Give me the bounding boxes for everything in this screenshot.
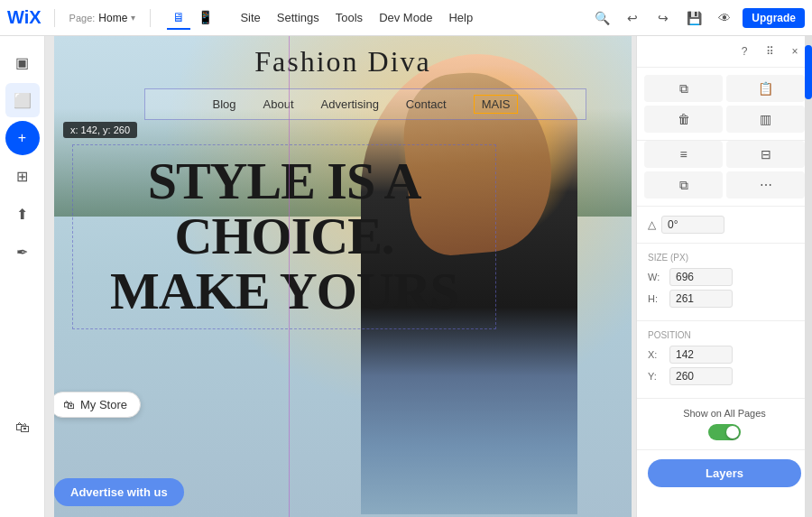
position-section-title: Position bbox=[648, 330, 801, 340]
view-mode-selector: 🖥 📱 bbox=[167, 6, 218, 30]
height-label: H: bbox=[648, 293, 664, 304]
coordinate-tooltip: x: 142, y: 260 bbox=[63, 122, 137, 138]
store-cart-icon: 🛍 bbox=[63, 398, 75, 411]
search-icon[interactable]: 🔍 bbox=[589, 5, 614, 31]
right-panel-header: ? ⠿ × bbox=[637, 36, 812, 68]
separator-2 bbox=[150, 9, 151, 27]
add-icon: + bbox=[18, 130, 26, 146]
show-on-all-pages-section: Show on All Pages bbox=[637, 399, 812, 450]
page-canvas: Fashion Diva Blog About Advertising Cont… bbox=[54, 36, 632, 517]
sidebar-item-apps[interactable]: ⊞ bbox=[5, 159, 40, 193]
angle-icon: △ bbox=[648, 218, 656, 231]
menu-help[interactable]: Help bbox=[441, 7, 480, 28]
width-field-row: W: bbox=[648, 268, 801, 286]
angle-section: △ 0° bbox=[637, 207, 812, 244]
distribute-icon[interactable]: ⊟ bbox=[726, 141, 805, 168]
nav-contact[interactable]: Contact bbox=[406, 97, 447, 111]
right-panel: ? ⠿ × ⧉ 📋 🗑 ▥ ≡ ⊟ ⧉ ⋯ △ 0° Size (px) W: … bbox=[636, 36, 812, 517]
width-input[interactable] bbox=[669, 268, 733, 286]
upgrade-button[interactable]: Upgrade bbox=[743, 8, 805, 28]
show-on-all-pages-toggle[interactable] bbox=[708, 424, 741, 440]
elements-icon: ▣ bbox=[15, 54, 29, 71]
show-on-all-pages-toggle-container bbox=[648, 424, 801, 440]
y-field-row: Y: bbox=[648, 367, 801, 385]
x-input[interactable] bbox=[669, 346, 733, 364]
x-field-row: X: bbox=[648, 346, 801, 364]
show-on-all-pages-label: Show on All Pages bbox=[648, 408, 801, 419]
drag-icon[interactable]: ⠿ bbox=[760, 42, 780, 61]
upload-icon: ⬆ bbox=[16, 206, 28, 223]
delete-icon[interactable]: 🗑 bbox=[644, 106, 723, 133]
group-icon[interactable]: ▥ bbox=[726, 106, 805, 133]
store-icon: 🛍 bbox=[15, 420, 30, 436]
duplicate-icon[interactable]: ⧉ bbox=[644, 75, 723, 102]
y-input[interactable] bbox=[669, 367, 733, 385]
menu-tools[interactable]: Tools bbox=[328, 7, 370, 28]
more-icon[interactable]: ⋯ bbox=[726, 171, 805, 198]
pen-icon: ✒ bbox=[16, 244, 28, 261]
layers-icon[interactable]: ⧉ bbox=[644, 171, 723, 198]
my-store-label: My Store bbox=[80, 398, 127, 411]
top-bar-right: 🔍 ↩ ↪ 💾 👁 Upgrade bbox=[589, 5, 805, 31]
site-title: Fashion Diva bbox=[54, 45, 632, 78]
paste-icon[interactable]: 📋 bbox=[726, 75, 805, 102]
close-panel-icon[interactable]: × bbox=[785, 42, 805, 61]
scroll-thumb bbox=[805, 45, 812, 99]
advertise-button[interactable]: Advertise with us bbox=[54, 478, 184, 506]
left-sidebar: ▣ ⬜ + ⊞ ⬆ ✒ 🛍 bbox=[0, 36, 45, 517]
hero-text-block[interactable]: STYLE IS A CHOICE. MAKE YOURS bbox=[72, 144, 496, 329]
page-selector[interactable]: Page: Home ▾ bbox=[64, 10, 142, 26]
align-icon[interactable]: ≡ bbox=[644, 141, 723, 168]
sidebar-item-pen[interactable]: ✒ bbox=[5, 235, 40, 269]
sidebar-item-elements[interactable]: ▣ bbox=[5, 45, 40, 79]
top-menu-items: Site Settings Tools Dev Mode Help bbox=[233, 7, 480, 28]
save-icon[interactable]: 💾 bbox=[681, 5, 706, 31]
preview-icon[interactable]: 👁 bbox=[712, 5, 737, 31]
y-label: Y: bbox=[648, 371, 664, 382]
x-label: X: bbox=[648, 349, 664, 360]
redo-icon[interactable]: ↪ bbox=[651, 5, 676, 31]
height-field-row: H: bbox=[648, 290, 801, 308]
position-section: Position X: Y: bbox=[637, 321, 812, 399]
hero-line2: CHOICE. bbox=[82, 209, 486, 264]
wix-logo[interactable]: WiX bbox=[7, 7, 42, 28]
size-section-title: Size (px) bbox=[648, 253, 801, 263]
desktop-view-icon[interactable]: 🖥 bbox=[167, 6, 190, 30]
width-label: W: bbox=[648, 272, 664, 282]
hero-section: Fashion Diva Blog About Advertising Cont… bbox=[54, 36, 632, 517]
help-icon[interactable]: ? bbox=[734, 42, 754, 61]
panel-icons-row2: ≡ ⊟ ⧉ ⋯ bbox=[637, 141, 812, 207]
angle-row: △ 0° bbox=[648, 216, 801, 234]
mobile-view-icon[interactable]: 📱 bbox=[192, 6, 218, 30]
hero-line1: STYLE IS A bbox=[82, 154, 486, 209]
scroll-bar[interactable] bbox=[805, 36, 812, 517]
nav-advertising[interactable]: Advertising bbox=[321, 97, 379, 111]
vertical-guide-line bbox=[289, 36, 290, 517]
top-menu-bar: WiX Page: Home ▾ 🖥 📱 Site Settings Tools… bbox=[0, 0, 812, 36]
layers-button[interactable]: Layers bbox=[648, 459, 801, 487]
menu-devmode[interactable]: Dev Mode bbox=[372, 7, 439, 28]
undo-icon[interactable]: ↩ bbox=[620, 5, 645, 31]
sidebar-item-pages[interactable]: ⬜ bbox=[5, 83, 40, 117]
page-label: Page: bbox=[69, 13, 96, 23]
menu-settings[interactable]: Settings bbox=[270, 7, 327, 28]
panel-icons-row1: ⧉ 📋 🗑 ▥ bbox=[637, 68, 812, 141]
my-store-button[interactable]: 🛍 My Store bbox=[54, 392, 141, 418]
nav-blog[interactable]: Blog bbox=[213, 97, 236, 111]
nav-mais[interactable]: MAIS bbox=[474, 95, 519, 114]
menu-site[interactable]: Site bbox=[233, 7, 267, 28]
height-input[interactable] bbox=[669, 290, 733, 308]
sidebar-item-upload[interactable]: ⬆ bbox=[5, 197, 40, 231]
sidebar-item-add[interactable]: + bbox=[5, 121, 40, 155]
sidebar-item-store[interactable]: 🛍 bbox=[5, 411, 40, 445]
apps-icon: ⊞ bbox=[16, 168, 28, 185]
pages-icon: ⬜ bbox=[14, 92, 32, 109]
angle-value[interactable]: 0° bbox=[661, 216, 724, 234]
size-section: Size (px) W: H: bbox=[637, 244, 812, 321]
separator-1 bbox=[54, 9, 55, 27]
toggle-thumb bbox=[726, 426, 739, 439]
hero-line3: MAKE YOURS bbox=[82, 264, 486, 319]
navigation-bar: Blog About Advertising Contact MAIS bbox=[144, 88, 586, 120]
page-chevron-icon: ▾ bbox=[131, 13, 135, 23]
page-name: Home bbox=[98, 12, 127, 24]
